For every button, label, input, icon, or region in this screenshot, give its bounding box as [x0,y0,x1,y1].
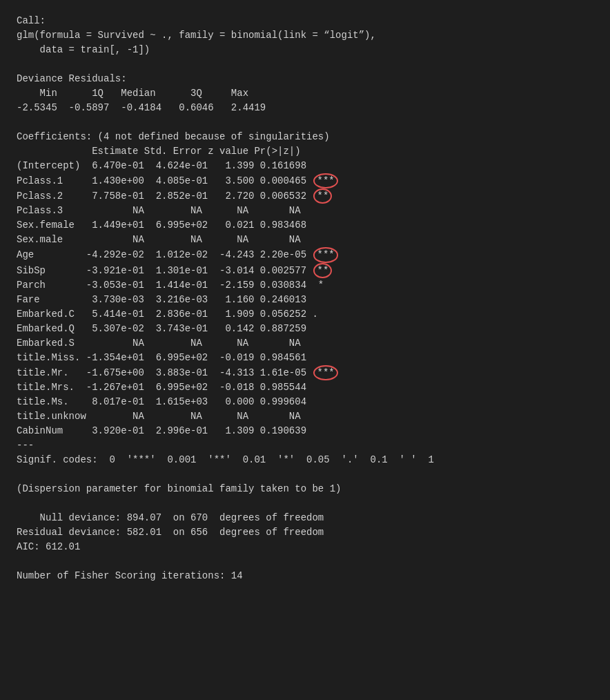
text-fare: Fare 3.730e-03 3.216e-03 1.160 0.246013 [17,294,306,305]
line-titlemr: title.Mr. -1.675e+00 3.883e-01 -4.313 1.… [17,365,593,380]
line-glm: glm(formula = Survived ~ ., family = bin… [17,28,593,43]
line-titleunkn: title.unknow NA NA NA NA [17,409,593,424]
line-embarkeds: Embarked.S NA NA NA NA [17,336,593,351]
text-sibsp: SibSp -3.921e-01 1.301e-01 -3.014 0.0025… [17,265,312,276]
circled-titlemr: *** [313,365,337,380]
line-coeff-cols: Estimate Std. Error z value Pr(>|z|) [17,144,593,159]
line-aic: AIC: 612.01 [17,540,593,554]
text-titleunkn: title.unknow NA NA NA NA [17,411,301,422]
text-null-deviance: Null deviance: 894.07 on 670 degrees of … [17,512,324,523]
text-glm: glm(formula = Survived ~ ., family = bin… [17,30,376,41]
circled-sibsp: ** [313,263,332,278]
text-titlems: title.Ms. 8.017e-01 1.615e+03 0.000 0.99… [17,396,306,407]
line-sexmale: Sex.male NA NA NA NA [17,233,593,247]
text-fisher: Number of Fisher Scoring iterations: 14 [17,570,243,581]
line-pclass1: Pclass.1 1.430e+00 4.085e-01 3.500 0.000… [17,173,593,188]
line-blank1 [17,57,593,72]
line-embarkedc: Embarked.C 5.414e-01 2.836e-01 1.909 0.0… [17,307,593,322]
line-data: data = train[, -1]) [17,43,593,57]
text-signif: Signif. codes: 0 '***' 0.001 '**' 0.01 '… [17,454,434,465]
circled-pclass2: ** [313,188,332,204]
line-call: Call: [17,14,593,28]
line-null-deviance: Null deviance: 894.07 on 670 degrees of … [17,511,593,525]
text-age: Age -4.292e-02 1.012e-02 -4.243 2.20e-05 [17,249,312,260]
line-embarkedq: Embarked.Q 5.307e-02 3.743e-01 0.142 0.8… [17,322,593,336]
text-embarkedc: Embarked.C 5.414e-01 2.836e-01 1.909 0.0… [17,309,318,320]
text-data: data = train[, -1]) [17,44,150,55]
line-coeff-header: Coefficients: (4 not defined because of … [17,130,593,144]
line-residual-deviance: Residual deviance: 582.01 on 656 degrees… [17,525,593,540]
text-embarkedq: Embarked.Q 5.307e-02 3.743e-01 0.142 0.8… [17,323,306,334]
text-residual-deviance: Residual deviance: 582.01 on 656 degrees… [17,527,324,538]
line-blank4 [17,496,593,511]
line-sexfemale: Sex.female 1.449e+01 6.995e+02 0.021 0.9… [17,218,593,233]
text-titlemrs: title.Mrs. -1.267e+01 6.995e+02 -0.018 0… [17,382,306,393]
line-deviance-vals: -2.5345 -0.5897 -0.4184 0.6046 2.4419 [17,101,593,115]
line-sibsp: SibSp -3.921e-01 1.301e-01 -3.014 0.0025… [17,263,593,278]
line-parch: Parch -3.053e-01 1.414e-01 -2.159 0.0308… [17,278,593,293]
line-age: Age -4.292e-02 1.012e-02 -4.243 2.20e-05… [17,247,593,262]
line-fare: Fare 3.730e-03 3.216e-03 1.160 0.246013 [17,293,593,307]
text-parch: Parch -3.053e-01 1.414e-01 -2.159 0.0308… [17,280,324,291]
line-deviance-header: Deviance Residuals: [17,72,593,86]
text-intercept: (Intercept) 6.470e-01 4.624e-01 1.399 0.… [17,160,306,171]
line-pclass2: Pclass.2 7.758e-01 2.852e-01 2.720 0.006… [17,188,593,204]
text-sexfemale: Sex.female 1.449e+01 6.995e+02 0.021 0.9… [17,220,306,231]
text-dispersion: (Dispersion parameter for binomial famil… [17,483,341,494]
text-embarkeds: Embarked.S NA NA NA NA [17,338,301,349]
text-aic: AIC: 612.01 [17,541,80,552]
text-pclass1: Pclass.1 1.430e+00 4.085e-01 3.500 0.000… [17,175,312,186]
text-pclass2: Pclass.2 7.758e-01 2.852e-01 2.720 0.006… [17,191,312,202]
circled-age: *** [313,247,337,262]
line-titlemiss: title.Miss. -1.354e+01 6.995e+02 -0.019 … [17,351,593,365]
text-cabinnum: CabinNum 3.920e-01 2.996e-01 1.309 0.190… [17,425,306,436]
text-coeff-header: Coefficients: (4 not defined because of … [17,131,330,142]
line-pclass3: Pclass.3 NA NA NA NA [17,204,593,218]
line-dispersion: (Dispersion parameter for binomial famil… [17,482,593,496]
line-blank2 [17,115,593,130]
text-sexmale: Sex.male NA NA NA NA [17,234,301,245]
text-titlemiss: title.Miss. -1.354e+01 6.995e+02 -0.019 … [17,352,306,363]
line-deviance-cols: Min 1Q Median 3Q Max [17,86,593,101]
output-container: Call: glm(formula = Survived ~ ., family… [17,14,593,583]
line-signif: Signif. codes: 0 '***' 0.001 '**' 0.01 '… [17,453,593,467]
text-call: Call: [17,15,46,26]
text-dashes: --- [17,440,34,451]
text-titlemr: title.Mr. -1.675e+00 3.883e-01 -4.313 1.… [17,367,312,378]
line-titlemrs: title.Mrs. -1.267e+01 6.995e+02 -0.018 0… [17,380,593,395]
line-dashes: --- [17,438,593,453]
text-deviance-cols: Min 1Q Median 3Q Max [17,88,248,99]
line-titlems: title.Ms. 8.017e-01 1.615e+03 0.000 0.99… [17,395,593,409]
text-pclass3: Pclass.3 NA NA NA NA [17,205,301,216]
line-blank3 [17,467,593,482]
line-blank5 [17,554,593,569]
text-deviance-vals: -2.5345 -0.5897 -0.4184 0.6046 2.4419 [17,102,266,113]
text-deviance-header: Deviance Residuals: [17,73,127,84]
circled-pclass1: *** [313,173,337,188]
text-coeff-cols: Estimate Std. Error z value Pr(>|z|) [17,146,301,157]
line-cabinnum: CabinNum 3.920e-01 2.996e-01 1.309 0.190… [17,424,593,438]
line-fisher: Number of Fisher Scoring iterations: 14 [17,569,593,583]
line-intercept: (Intercept) 6.470e-01 4.624e-01 1.399 0.… [17,159,593,173]
